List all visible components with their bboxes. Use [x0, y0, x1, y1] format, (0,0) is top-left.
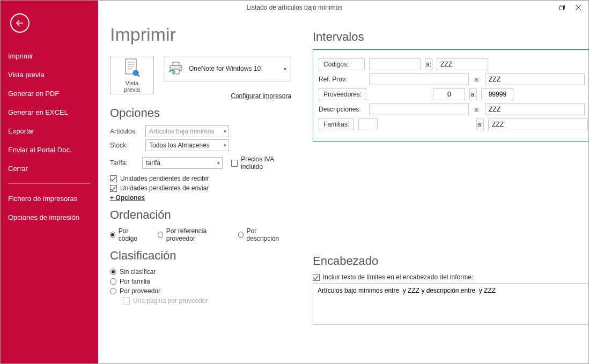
orden-refprov-radio[interactable]: Por referencia proveedor	[158, 227, 223, 242]
clas-sin-radio[interactable]: Sin clasificar	[110, 268, 156, 276]
articulos-label: Artículos:	[110, 128, 140, 135]
orden-desc-label: Por descripción	[247, 227, 282, 242]
sidebar-item-vista-previa[interactable]: Vista previa	[1, 65, 98, 84]
a-label: a:	[469, 88, 477, 100]
ordenacion-title: Ordenación	[110, 208, 291, 222]
window-close-button[interactable]	[570, 2, 586, 13]
refprov-to-input[interactable]	[485, 73, 585, 85]
pendientes-enviar-checkbox[interactable]	[110, 185, 117, 192]
svg-rect-11	[173, 62, 179, 65]
more-options-link[interactable]: + Opciones	[110, 194, 145, 202]
printer-selector[interactable]: OneNote for Windows 10 ▾	[164, 56, 291, 81]
svg-point-14	[180, 66, 181, 68]
preview-button-label: Vista previa	[118, 80, 146, 93]
encabezado-title: Encabezado	[313, 254, 588, 268]
codigos-from-input[interactable]	[369, 58, 421, 70]
familias-label: Familias:	[319, 118, 354, 130]
stock-label: Stock:	[110, 142, 140, 149]
chevron-down-icon: ▾	[284, 66, 286, 72]
window-restore-button[interactable]	[554, 2, 570, 13]
proveedores-to-input[interactable]	[481, 88, 513, 100]
tarifa-label: Tarifa:	[110, 159, 137, 167]
iva-label: Precios IVA incluido	[241, 155, 291, 170]
sidebar-item-excel[interactable]: Generar en EXCEL	[1, 103, 98, 122]
pendientes-recibir-checkbox[interactable]	[110, 175, 117, 182]
window-title: Listado de artículos bajo mínimos	[247, 4, 343, 11]
document-preview-icon	[124, 58, 140, 78]
sidebar-separator	[8, 183, 91, 184]
refprov-label: Ref. Prov:	[319, 74, 365, 85]
printer-name: OneNote for Windows 10	[189, 65, 261, 72]
orden-desc-radio[interactable]: Por descripción	[238, 227, 282, 242]
sidebar: Imprimir Vista previa Generar en PDF Gen…	[1, 1, 98, 363]
proveedores-label: Proveedores:	[319, 88, 366, 100]
sidebar-item-fichero-impresoras[interactable]: Fichero de impresoras	[1, 189, 98, 208]
chevron-down-icon: ▾	[224, 143, 226, 148]
a-label: a:	[425, 58, 432, 70]
familias-from-input[interactable]	[358, 118, 378, 130]
articulos-select[interactable]: Artículos bajo mínimos ▾	[145, 125, 229, 137]
sidebar-item-exportar[interactable]: Exportar	[1, 122, 98, 140]
sidebar-item-imprimir[interactable]: Imprimir	[1, 47, 98, 65]
printer-icon	[168, 62, 183, 76]
orden-codigo-label: Por código	[119, 227, 143, 242]
proveedores-from-input[interactable]	[433, 88, 465, 100]
preview-button[interactable]: Vista previa	[110, 56, 154, 94]
pagina-por-proveedor-label: Una página por proveedor	[133, 297, 208, 304]
configure-printer-link[interactable]: Configurar impresora	[231, 92, 291, 100]
tarifa-select-value: tarifa	[146, 159, 160, 167]
tarifa-select[interactable]: tarifa ▾	[142, 157, 223, 169]
descripciones-from-input[interactable]	[369, 103, 469, 115]
stock-select-value: Todos los Almacenes	[149, 142, 210, 149]
back-button[interactable]	[10, 13, 30, 33]
a-label: a:	[473, 106, 481, 113]
a-label: a:	[473, 76, 481, 83]
pagina-por-proveedor-checkbox	[123, 298, 130, 304]
svg-line-10	[138, 75, 140, 77]
chevron-down-icon: ▾	[224, 129, 226, 134]
orden-codigo-radio[interactable]: Por código	[110, 227, 143, 242]
clas-proveedor-label: Por proveedor	[120, 287, 160, 295]
a-label: a:	[476, 118, 484, 130]
clas-sin-label: Sin clasificar	[120, 268, 156, 276]
sidebar-item-cerrar[interactable]: Cerrar	[1, 159, 98, 178]
articulos-select-value: Artículos bajo mínimos	[149, 128, 214, 135]
clas-proveedor-radio[interactable]: Por proveedor	[110, 287, 160, 295]
descripciones-to-input[interactable]	[485, 103, 585, 115]
clasificacion-title: Clasificación	[110, 249, 291, 263]
stock-select[interactable]: Todos los Almacenes ▾	[145, 139, 229, 151]
clas-familia-label: Por familia	[120, 278, 150, 285]
sidebar-item-portal-doc[interactable]: Enviar al Portal Doc.	[1, 140, 98, 159]
sidebar-item-opciones-impresion[interactable]: Opciones de impresión	[1, 208, 98, 227]
codigos-to-input[interactable]	[437, 58, 488, 70]
svg-rect-0	[560, 6, 564, 10]
incluir-limites-checkbox[interactable]	[313, 274, 320, 281]
familias-to-input[interactable]	[488, 118, 588, 130]
clas-familia-radio[interactable]: Por familia	[110, 278, 150, 285]
orden-refprov-label: Por referencia proveedor	[166, 227, 223, 242]
encabezado-textarea[interactable]	[313, 283, 588, 325]
opciones-title: Opciones	[110, 106, 291, 120]
pendientes-enviar-label: Unidades pendientes de enviar	[120, 184, 209, 192]
incluir-limites-label: Incluir texto de límites en el encabezad…	[323, 273, 473, 281]
refprov-from-input[interactable]	[369, 73, 469, 85]
chevron-down-icon: ▾	[217, 160, 220, 166]
pendientes-recibir-label: Unidades pendientes de recibir	[120, 175, 209, 182]
descripciones-label: Descripciones:	[319, 104, 365, 115]
sidebar-item-pdf[interactable]: Generar en PDF	[1, 84, 98, 103]
codigos-label: Códigos:	[319, 58, 365, 70]
iva-checkbox[interactable]	[231, 160, 238, 167]
intervalos-panel: Códigos: a: Ref. Prov: a: Proveedores: a…	[313, 49, 588, 142]
intervalos-title: Intervalos	[313, 30, 588, 44]
